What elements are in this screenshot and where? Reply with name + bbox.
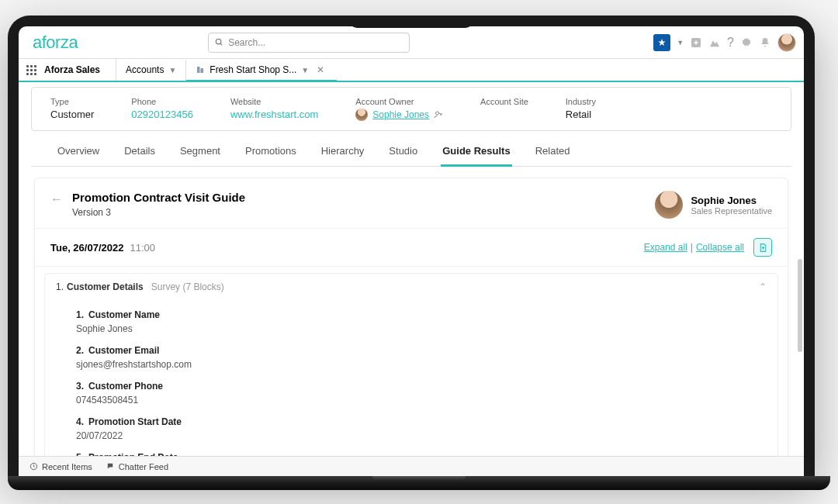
record-highlights: Type Customer Phone 02920123456 Website …: [31, 87, 791, 131]
export-button[interactable]: [753, 238, 772, 257]
tab-segment[interactable]: Segment: [178, 137, 222, 166]
guide-owner: Sophie Jones Sales Representative: [655, 191, 772, 219]
svg-rect-5: [201, 68, 204, 73]
owner-link[interactable]: Sophie Jones: [372, 109, 429, 120]
record-subtabs: Overview Details Segment Promotions Hier…: [31, 137, 791, 167]
gear-icon[interactable]: [740, 36, 753, 49]
app-name: Aforza Sales: [44, 64, 116, 75]
app-launcher-icon[interactable]: [26, 65, 36, 75]
question-answer: sjones@freshstartshop.com: [76, 359, 762, 370]
question-label: Promotion Start Date: [88, 416, 182, 427]
guide-owner-avatar: [655, 191, 683, 219]
footer-bar: Recent Items Chatter Feed: [19, 456, 804, 476]
question-answer: 20/07/2022: [76, 430, 762, 441]
tab-promotions[interactable]: Promotions: [244, 137, 298, 166]
guide-date: Tue, 26/07/2022: [50, 242, 123, 254]
export-icon: [758, 243, 768, 253]
tab-guide-results[interactable]: Guide Results: [441, 137, 511, 167]
chatter-icon: [106, 462, 115, 471]
nav-tab-label: Accounts: [126, 64, 164, 75]
question-label: Customer Name: [88, 309, 160, 320]
question-item: 1.Customer Name Sophie Jones: [76, 309, 762, 334]
section-customer-details: 1. Customer Details Survey (7 Blocks) ⌃ …: [44, 273, 778, 476]
guide-title: Promotion Contract Visit Guide: [72, 191, 245, 204]
svg-point-6: [436, 112, 439, 115]
section-name: Customer Details: [67, 281, 144, 292]
tab-hierarchy[interactable]: Hierarchy: [320, 137, 366, 166]
section-header[interactable]: 1. Customer Details Survey (7 Blocks) ⌃: [45, 274, 777, 300]
dropdown-caret-icon[interactable]: ▼: [677, 39, 684, 47]
guide-owner-role: Sales Representative: [691, 206, 772, 216]
global-header: aforza Search... ▼ ?: [19, 26, 804, 59]
guide-version: Version 3: [72, 207, 245, 218]
nav-tab-record[interactable]: Fresh Start Shop S... ▼ ✕: [185, 60, 337, 81]
owner-avatar: [355, 109, 368, 121]
search-placeholder: Search...: [228, 37, 265, 48]
svg-point-0: [216, 39, 221, 43]
favorites-icon[interactable]: [653, 34, 670, 51]
scrollbar[interactable]: [798, 259, 802, 352]
guide-title-block: Promotion Contract Visit Guide Version 3: [72, 191, 245, 218]
tab-details[interactable]: Details: [123, 137, 157, 166]
field-industry: Industry Retail: [566, 97, 596, 121]
chevron-down-icon[interactable]: ▼: [168, 66, 176, 74]
tab-overview[interactable]: Overview: [56, 137, 101, 166]
field-site: Account Site: [480, 97, 528, 121]
chevron-up-icon[interactable]: ⌃: [759, 281, 767, 292]
add-icon[interactable]: [690, 36, 702, 49]
close-icon[interactable]: ✕: [313, 64, 327, 75]
content-area: ← Promotion Contract Visit Guide Version…: [19, 167, 804, 476]
question-item: 4.Promotion Start Date 20/07/2022: [76, 416, 762, 441]
collapse-all-link[interactable]: Collapse all: [696, 242, 744, 253]
guide-date-row: Tue, 26/07/2022 11:00 Expand all | Colla…: [35, 228, 788, 267]
tab-studio[interactable]: Studio: [387, 137, 419, 166]
field-owner: Account Owner Sophie Jones: [355, 97, 443, 121]
tab-related[interactable]: Related: [534, 137, 572, 166]
section-body: 1.Customer Name Sophie Jones 2.Customer …: [45, 300, 777, 476]
change-owner-icon[interactable]: [434, 110, 443, 119]
field-type: Type Customer: [50, 97, 94, 121]
brand-logo: aforza: [26, 33, 84, 53]
svg-line-1: [220, 43, 222, 45]
bell-icon[interactable]: [759, 36, 771, 49]
guide-time: 11:00: [130, 242, 155, 254]
guide-owner-name: Sophie Jones: [691, 195, 772, 206]
trailhead-icon[interactable]: [708, 36, 721, 49]
question-item: 2.Customer Email sjones@freshstartshop.c…: [76, 345, 762, 370]
question-label: Customer Phone: [88, 381, 163, 392]
help-icon[interactable]: ?: [727, 36, 734, 50]
guide-result-card: ← Promotion Contract Visit Guide Version…: [34, 178, 788, 476]
clock-icon: [29, 462, 38, 471]
nav-tab-label: Fresh Start Shop S...: [210, 64, 296, 75]
question-answer: 074543508451: [76, 395, 762, 406]
field-phone: Phone 02920123456: [131, 97, 193, 121]
nav-tab-accounts[interactable]: Accounts ▼: [116, 59, 185, 81]
navigation-bar: Aforza Sales Accounts ▼ Fresh Start Shop…: [19, 59, 804, 82]
section-number: 1.: [56, 281, 64, 292]
question-item: 3.Customer Phone 074543508451: [76, 381, 762, 406]
question-answer: Sophie Jones: [76, 323, 762, 334]
global-search[interactable]: Search...: [208, 33, 410, 53]
section-meta: Survey (7 Blocks): [151, 281, 224, 292]
header-utility-icons: ▼ ?: [653, 33, 796, 52]
question-label: Customer Email: [88, 345, 159, 356]
expand-all-link[interactable]: Expand all: [644, 242, 687, 253]
chevron-down-icon[interactable]: ▼: [301, 66, 309, 74]
profile-avatar[interactable]: [777, 33, 796, 52]
chatter-feed-button[interactable]: Chatter Feed: [106, 462, 168, 471]
back-arrow-icon[interactable]: ←: [50, 192, 63, 206]
search-icon: [215, 38, 223, 47]
field-website: Website www.freshstart.com: [230, 97, 318, 121]
account-icon: [196, 65, 205, 74]
recent-items-button[interactable]: Recent Items: [29, 462, 92, 471]
svg-rect-4: [197, 67, 200, 73]
